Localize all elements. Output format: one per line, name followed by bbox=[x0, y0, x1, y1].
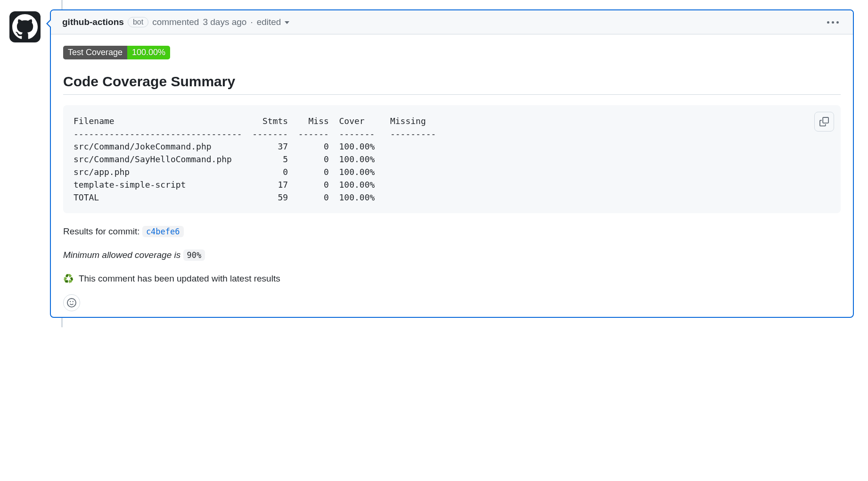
coverage-code-block: Filename Stmts Miss Cover Missing ------… bbox=[63, 105, 841, 213]
commented-label: commented bbox=[152, 17, 199, 27]
chevron-down-icon bbox=[285, 21, 289, 24]
results-line: Results for commit: c4befe6 bbox=[63, 226, 841, 237]
edited-label[interactable]: edited bbox=[257, 17, 289, 27]
comment-box: github-actions bot commented 3 days ago … bbox=[50, 9, 854, 318]
github-icon bbox=[12, 14, 38, 40]
comment-header: github-actions bot commented 3 days ago … bbox=[51, 10, 853, 34]
update-note: ♻️ This comment has been updated with la… bbox=[63, 274, 841, 284]
badge-row: Test Coverage 100.00% bbox=[63, 46, 841, 59]
update-text: This comment has been updated with lates… bbox=[79, 274, 280, 283]
avatar[interactable] bbox=[9, 11, 41, 42]
header-meta: github-actions bot commented 3 days ago … bbox=[62, 17, 289, 27]
min-coverage-line: Minimum allowed coverage is 90% bbox=[63, 250, 841, 260]
kebab-menu-button[interactable] bbox=[824, 18, 842, 26]
badge-label: Test Coverage bbox=[63, 46, 127, 59]
badge-value: 100.00% bbox=[127, 46, 170, 59]
min-coverage-prefix: Minimum allowed coverage is bbox=[63, 250, 183, 260]
bot-badge: bot bbox=[128, 17, 148, 27]
smiley-icon bbox=[67, 298, 76, 307]
add-reaction-button[interactable] bbox=[63, 294, 80, 311]
author-name[interactable]: github-actions bbox=[62, 17, 124, 27]
copy-button[interactable] bbox=[814, 112, 834, 132]
summary-title: Code Coverage Summary bbox=[63, 74, 841, 95]
recycle-icon: ♻️ bbox=[63, 274, 74, 283]
separator: · bbox=[250, 17, 253, 27]
commit-hash[interactable]: c4befe6 bbox=[142, 226, 184, 237]
comment-body: Test Coverage 100.00% Code Coverage Summ… bbox=[51, 34, 853, 317]
min-coverage-value: 90% bbox=[183, 249, 205, 261]
timestamp[interactable]: 3 days ago bbox=[203, 17, 246, 27]
coverage-badge: Test Coverage 100.00% bbox=[63, 46, 170, 59]
copy-icon bbox=[819, 117, 829, 126]
results-prefix: Results for commit: bbox=[63, 226, 142, 236]
